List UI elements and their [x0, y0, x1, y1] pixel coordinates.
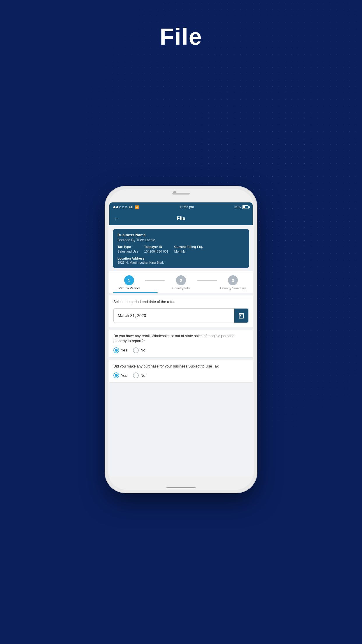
step-3-label: Country Summary: [220, 286, 246, 290]
step-2[interactable]: 2 Country Info: [165, 275, 197, 290]
wifi-icon: 📶: [135, 205, 139, 209]
q2-question: Did you make any purchase for your busin…: [113, 364, 249, 369]
step-underline: [113, 292, 158, 293]
step-3-circle: 3: [228, 275, 238, 285]
step-2-circle: 2: [176, 275, 186, 285]
status-bar: EE 📶 12:53 pm 31%: [109, 202, 253, 212]
step-1-circle: 1: [124, 275, 134, 285]
calendar-icon: [238, 312, 245, 319]
business-card: Business Name Bodieed By Trice Lacole Ta…: [113, 229, 249, 268]
nav-bar: ← File: [109, 212, 253, 225]
signal-dot-2: [116, 206, 118, 208]
status-right: 31%: [234, 205, 249, 209]
taxpayer-id-field: Taxpayer ID 1042004854-001: [144, 245, 168, 254]
business-details-row: Tax Type Sales and Use Taxpayer ID 10420…: [117, 245, 245, 254]
battery-icon: [242, 205, 249, 209]
q2-no-radio[interactable]: [133, 372, 139, 378]
q1-yes-radio[interactable]: [113, 347, 119, 353]
phone-frame: EE 📶 12:53 pm 31% ← File Business Name B…: [105, 186, 257, 493]
signal-dot-3: [119, 206, 121, 208]
step-connector-1: [145, 280, 165, 281]
q1-yes-radio-inner: [115, 349, 118, 352]
q1-question: Do you have any retail, Wholesale, or ou…: [113, 334, 249, 344]
step-2-label: Country Info: [172, 286, 190, 290]
q1-no-label: No: [140, 348, 145, 352]
step-3[interactable]: 3 Country Summary: [217, 275, 249, 290]
calendar-button[interactable]: [234, 309, 248, 323]
q2-yes-radio[interactable]: [113, 372, 119, 378]
business-name-label: Business Name: [117, 233, 245, 237]
q2-no-option[interactable]: No: [133, 372, 145, 378]
q2-yes-option[interactable]: Yes: [113, 372, 127, 378]
carrier-label: EE: [129, 205, 133, 209]
home-indicator: [166, 487, 196, 488]
status-left: EE 📶: [113, 205, 139, 209]
back-button[interactable]: ←: [113, 215, 119, 222]
taxpayer-id-label: Taxpayer ID: [144, 245, 168, 249]
signal-dot-1: [113, 206, 115, 208]
tax-type-field: Tax Type Sales and Use: [117, 245, 138, 254]
taxpayer-id-value: 1042004854-001: [144, 250, 168, 253]
q1-no-option[interactable]: No: [133, 347, 145, 353]
phone-screen: EE 📶 12:53 pm 31% ← File Business Name B…: [109, 202, 253, 477]
step-1[interactable]: 1 Return Period: [113, 275, 145, 290]
steps-container: 1 Return Period 2 Country Info 3 Country…: [109, 271, 253, 293]
date-input-row[interactable]: March 31, 2020: [113, 308, 249, 323]
signal-dot-4: [122, 206, 124, 208]
date-question: Select the period end date of the return: [113, 300, 249, 305]
q2-yes-label: Yes: [121, 373, 127, 378]
phone-speaker: [172, 193, 190, 195]
page-title: File: [0, 23, 362, 50]
steps-row: 1 Return Period 2 Country Info 3 Country…: [113, 275, 249, 290]
location-value: 3925 N. Martin Luther King Blvd.: [117, 261, 245, 264]
battery-fill: [243, 206, 245, 208]
filling-frq-label: Current Filling Frq.: [174, 245, 203, 249]
q2-yes-radio-inner: [115, 374, 118, 377]
filling-frq-field: Current Filling Frq. Monthly: [174, 245, 203, 254]
q1-no-radio[interactable]: [133, 347, 139, 353]
q1-radio-row: Yes No: [113, 347, 249, 353]
filling-frq-value: Monthly: [174, 250, 186, 253]
battery-percent: 31%: [234, 205, 241, 209]
step-connector-2: [197, 280, 217, 281]
signal-dot-5: [125, 206, 127, 208]
business-name-value: Bodieed By Trice Lacole: [117, 238, 245, 242]
q2-radio-row: Yes No: [113, 372, 249, 378]
date-value: March 31, 2020: [114, 310, 234, 321]
date-section: Select the period end date of the return…: [109, 295, 253, 327]
nav-title: File: [177, 216, 185, 221]
q1-yes-option[interactable]: Yes: [113, 347, 127, 353]
signal-dots: [113, 206, 127, 208]
tax-type-label: Tax Type: [117, 245, 138, 249]
q1-yes-label: Yes: [121, 348, 127, 352]
step-1-label: Return Period: [118, 286, 140, 290]
status-time: 12:53 pm: [179, 205, 194, 209]
screen-content: Business Name Bodieed By Trice Lacole Ta…: [109, 225, 253, 477]
q2-no-label: No: [140, 373, 145, 378]
tax-type-value: Sales and Use: [117, 250, 138, 253]
q1-section: Do you have any retail, Wholesale, or ou…: [109, 330, 253, 358]
location-label: Location Address: [117, 257, 245, 260]
q2-section: Did you make any purchase for your busin…: [109, 360, 253, 383]
